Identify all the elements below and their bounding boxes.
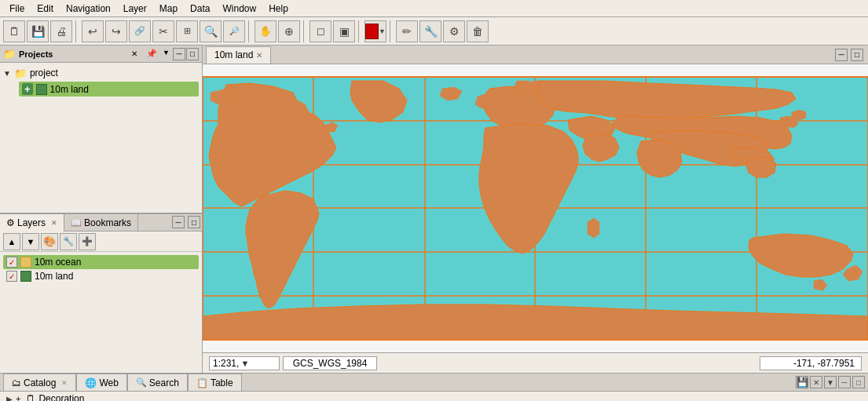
- scale-dropdown-icon[interactable]: ▼: [240, 359, 249, 368]
- main-area: 📁 Projects ✕ 📌 ▼ ─ □ ▼ 📁 project: [0, 46, 868, 373]
- delete-button[interactable]: 🗑: [467, 20, 489, 42]
- print-button[interactable]: 🖨: [50, 20, 72, 42]
- menu-edit[interactable]: Edit: [31, 2, 60, 16]
- tab-web[interactable]: 🌐 Web: [76, 374, 126, 391]
- new-button[interactable]: 🗒: [3, 20, 25, 42]
- crs-box[interactable]: GCS_WGS_1984: [283, 356, 377, 370]
- layers-tab-close-icon[interactable]: ✕: [51, 219, 57, 227]
- map-canvas[interactable]: [203, 64, 868, 352]
- menu-layer[interactable]: Layer: [117, 2, 153, 16]
- move-up-button[interactable]: ▲: [3, 233, 20, 250]
- cut-button[interactable]: ✂: [152, 20, 174, 42]
- catalog-label: Catalog: [24, 377, 56, 388]
- menu-map[interactable]: Map: [153, 2, 184, 16]
- panel-minimize-button[interactable]: ─: [173, 48, 185, 60]
- layers-maximize-button[interactable]: □: [188, 216, 200, 228]
- menu-navigation[interactable]: Navigation: [60, 2, 117, 16]
- tab-bookmarks[interactable]: 📖 Bookmarks: [64, 214, 138, 231]
- save-button[interactable]: 💾: [27, 20, 49, 42]
- separator-5: [390, 20, 393, 42]
- zoom-out-button[interactable]: 🔎: [223, 20, 245, 42]
- project-children: + 10m land: [3, 82, 199, 97]
- ocean-symbol: [20, 257, 31, 268]
- bottom-minimize-button[interactable]: ─: [838, 376, 851, 388]
- projects-header: 📁 Projects ✕ 📌 ▼ ─ □: [0, 46, 202, 63]
- move-button[interactable]: ⊕: [278, 20, 300, 42]
- left-panel: 📁 Projects ✕ 📌 ▼ ─ □ ▼ 📁 project: [0, 46, 203, 373]
- link-button[interactable]: 🔗: [129, 20, 151, 42]
- bookmarks-tab-icon: 📖: [71, 218, 82, 228]
- folder-icon: 📁: [14, 67, 27, 79]
- hokkaido: [792, 110, 806, 120]
- style-button[interactable]: 🎨: [41, 233, 58, 250]
- project-tree: ▼ 📁 project + 10m land: [0, 63, 202, 213]
- project-label: project: [30, 67, 58, 78]
- project-layer-label: 10m land: [50, 84, 89, 95]
- color-button[interactable]: ▼: [364, 20, 386, 42]
- select-button[interactable]: ◻: [309, 20, 331, 42]
- bottom-chevron-down-icon[interactable]: ▼: [824, 376, 837, 388]
- bookmarks-tab-label: Bookmarks: [84, 217, 131, 228]
- map-tab-close-icon[interactable]: ✕: [256, 51, 262, 60]
- catalog-close-icon[interactable]: ✕: [61, 379, 68, 387]
- menubar: File Edit Navigation Layer Map Data Wind…: [0, 0, 868, 17]
- move-down-button[interactable]: ▼: [22, 233, 39, 250]
- redo-button[interactable]: ↪: [105, 20, 127, 42]
- decoration-item[interactable]: ▶ + 🗒 Decoration: [6, 393, 84, 401]
- filter-button[interactable]: 🔧: [60, 233, 77, 250]
- web-icon: 🌐: [85, 377, 97, 388]
- edit-tool-button[interactable]: 🔧: [419, 20, 441, 42]
- bottom-close-button[interactable]: ✕: [810, 376, 822, 388]
- add-layer-button[interactable]: ➕: [79, 233, 96, 250]
- layers-panel: ⚙ Layers ✕ 📖 Bookmarks ─ □ ▲ ▼ 🎨 🔧 ➕: [0, 214, 202, 373]
- settings-button[interactable]: ⚙: [443, 20, 465, 42]
- map-minimize-button[interactable]: ─: [835, 49, 848, 61]
- panel-chevron-down-icon[interactable]: ▼: [160, 48, 172, 60]
- map-container: 10m land ✕ ─ □: [203, 46, 868, 373]
- panel-maximize-button[interactable]: □: [186, 48, 199, 60]
- land-symbol-list: [20, 271, 31, 282]
- color-swatch: [365, 24, 379, 39]
- panel-pin-icon[interactable]: 📌: [144, 48, 159, 60]
- draw-button[interactable]: ✏: [396, 20, 418, 42]
- tab-table[interactable]: 📋 Table: [188, 374, 242, 391]
- tabs-spacer: [138, 214, 170, 231]
- coordinates-box: -171, -87.7951: [760, 356, 862, 370]
- menu-data[interactable]: Data: [184, 2, 216, 16]
- tab-search[interactable]: 🔍 Search: [127, 374, 188, 391]
- tab-layers[interactable]: ⚙ Layers ✕: [0, 214, 64, 231]
- layers-tab-bar: ⚙ Layers ✕ 📖 Bookmarks ─ □: [0, 214, 202, 231]
- map-tab-10m-land[interactable]: 10m land ✕: [206, 46, 271, 64]
- bottom-save-button[interactable]: 💾: [796, 376, 808, 388]
- bottom-tab-bar: 🗂 Catalog ✕ 🌐 Web 🔍 Search 📋 Table 💾 ✕ ▼…: [0, 374, 868, 391]
- indochina: [746, 157, 776, 177]
- projects-panel: 📁 Projects ✕ 📌 ▼ ─ □ ▼ 📁 project: [0, 46, 202, 214]
- menu-help[interactable]: Help: [262, 2, 295, 16]
- menu-window[interactable]: Window: [216, 2, 262, 16]
- tab-catalog[interactable]: 🗂 Catalog ✕: [3, 374, 76, 391]
- undo-button[interactable]: ↩: [82, 20, 104, 42]
- land-symbol: [36, 84, 47, 95]
- main-toolbar: 🗒 💾 🖨 ↩ ↪ 🔗 ✂ ⊞ 🔍 🔎 ✋ ⊕ ◻ ▣ ▼ ✏ 🔧 ⚙ 🗑: [0, 17, 868, 46]
- crs-label: GCS_WGS_1984: [293, 358, 368, 369]
- projects-close-icon[interactable]: ✕: [131, 49, 137, 58]
- info-button[interactable]: ▣: [333, 20, 355, 42]
- pan-button[interactable]: ✋: [255, 20, 277, 42]
- layers-tab-label: Layers: [17, 217, 46, 228]
- bottom-content: ▶ + 🗒 Decoration: [0, 391, 868, 401]
- layer-visibility-ocean[interactable]: ✓: [6, 257, 17, 268]
- layer-item-land[interactable]: ✓ 10m land: [3, 269, 199, 283]
- menu-file[interactable]: File: [3, 2, 31, 16]
- separator-4: [358, 20, 361, 42]
- zoom-in-button[interactable]: 🔍: [200, 20, 222, 42]
- zoom-extent-button[interactable]: ⊞: [176, 20, 198, 42]
- project-root-item[interactable]: ▼ 📁 project: [3, 66, 199, 80]
- project-layer-item[interactable]: + 10m land: [19, 82, 199, 97]
- bottom-maximize-button[interactable]: □: [852, 376, 865, 388]
- layer-item-ocean[interactable]: ✓ 10m ocean: [3, 255, 199, 269]
- map-maximize-button[interactable]: □: [851, 49, 863, 61]
- layer-visibility-land[interactable]: ✓: [6, 271, 17, 282]
- search-icon: 🔍: [136, 377, 147, 388]
- projects-title: Projects: [19, 49, 128, 59]
- layers-minimize-button[interactable]: ─: [172, 216, 185, 228]
